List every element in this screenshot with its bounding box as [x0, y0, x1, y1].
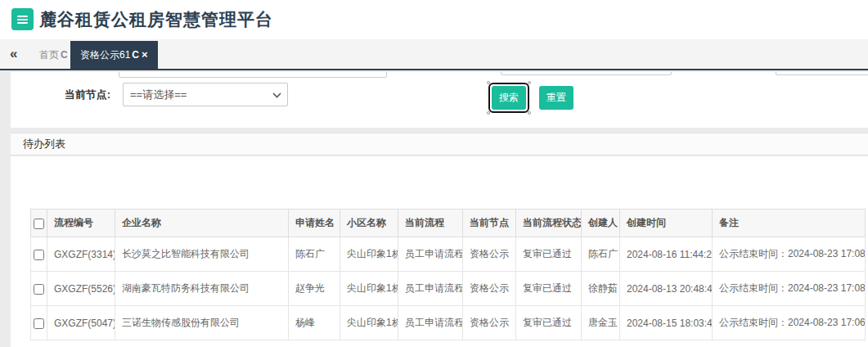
cell-current-process: 员工申请流程	[398, 306, 463, 340]
col-community: 小区名称	[340, 210, 398, 237]
select-all-cell	[31, 210, 47, 237]
row-checkbox[interactable]	[34, 284, 44, 295]
table-row[interactable]: GXGZF(5047) 三诺生物传感股份有限公司 杨峰 尖山印象1栋 员工申请流…	[31, 306, 866, 340]
row-checkbox-cell	[31, 237, 47, 272]
todo-panel-title: 待办列表	[11, 133, 868, 155]
cell-company: 三诺生物传感股份有限公司	[115, 306, 289, 340]
cell-process-code: GXGZF(5047)	[47, 306, 115, 340]
row-checkbox[interactable]	[34, 250, 44, 260]
row-checkbox-cell	[31, 272, 47, 306]
cell-community: 尖山印象1栋	[340, 237, 398, 272]
cell-creator: 唐金玉	[582, 306, 620, 340]
cell-company: 湖南豪瓦特防务科技有限公司	[115, 272, 289, 306]
cell-applicant: 杨峰	[289, 306, 340, 340]
search-button[interactable]: 搜索	[492, 86, 526, 110]
cell-created-time: 2024-08-16 11:44:20	[620, 237, 713, 272]
cell-created-time: 2024-08-13 20:48:40	[620, 272, 713, 306]
tab-home-label: 首页	[39, 49, 59, 61]
cell-process-status: 复审已通过	[516, 237, 582, 272]
cell-current-node: 资格公示	[463, 306, 516, 340]
cell-creator: 徐静茹	[582, 272, 620, 306]
current-node-select[interactable]: ==请选择==	[123, 83, 288, 106]
page-title: 麓谷租赁公租房智慧管理平台	[39, 0, 273, 39]
col-current-process: 当前流程	[398, 210, 463, 237]
select-all-checkbox[interactable]	[34, 219, 44, 229]
cell-process-code: GXGZF(5526)	[47, 272, 115, 306]
hamburger-icon	[17, 16, 28, 25]
current-node-label: 当前节点:	[11, 83, 110, 106]
col-created-time: 创建时间	[620, 210, 713, 237]
col-creator: 创建人	[582, 210, 620, 237]
col-applicant: 申请姓名	[289, 210, 340, 237]
cell-applicant: 赵争光	[289, 272, 340, 306]
close-icon[interactable]: ×	[142, 48, 148, 61]
todo-table: 流程编号 企业名称 申请姓名 小区名称 当前流程 当前节点 当前流程状态 创建人…	[30, 209, 866, 340]
cell-remark: 公示结束时间：2024-08-23 17:08:18	[713, 237, 866, 272]
table-row[interactable]: GXGZF(5526) 湖南豪瓦特防务科技有限公司 赵争光 尖山印象1栋 员工申…	[31, 272, 866, 306]
col-current-node: 当前节点	[463, 210, 516, 237]
col-process-status: 当前流程状态	[516, 210, 582, 237]
tab-active-label: 资格公示61	[80, 49, 130, 61]
menu-button[interactable]	[11, 8, 34, 30]
cell-current-node: 资格公示	[463, 237, 516, 272]
cell-remark: 公示结束时间：2024-08-23 17:06:53	[713, 306, 866, 340]
refresh-icon[interactable]: C	[61, 49, 68, 61]
cell-community: 尖山印象1栋	[340, 306, 398, 340]
todo-table-body: GXGZF(3314) 长沙莫之比智能科技有限公司 陈石广 尖山印象1栋 员工申…	[31, 237, 866, 340]
row-checkbox-cell	[31, 306, 47, 340]
todo-panel-body: 流程编号 企业名称 申请姓名 小区名称 当前流程 当前节点 当前流程状态 创建人…	[11, 156, 868, 347]
table-row[interactable]: GXGZF(3314) 长沙莫之比智能科技有限公司 陈石广 尖山印象1栋 员工申…	[31, 237, 866, 272]
filter-panel: 当前节点: ==请选择== 搜索 重置	[11, 72, 868, 128]
cell-remark: 公示结束时间：2024-08-23 17:08:04	[713, 272, 866, 306]
cell-process-status: 复审已通过	[516, 306, 582, 340]
filter-input-partial-1[interactable]	[119, 72, 387, 78]
cell-process-status: 复审已通过	[516, 272, 582, 306]
cell-company: 长沙莫之比智能科技有限公司	[115, 237, 289, 272]
cell-current-process: 员工申请流程	[398, 272, 463, 306]
cell-community: 尖山印象1栋	[340, 272, 398, 306]
tab-qualification-publicity[interactable]: 资格公示61C×	[70, 41, 158, 69]
cell-applicant: 陈石广	[289, 237, 340, 272]
col-company: 企业名称	[115, 210, 289, 237]
filter-input-partial-3[interactable]	[776, 72, 868, 75]
app-window: 麓谷租赁公租房智慧管理平台 « 首页C 资格公示61C× 当前节点: ==请选择…	[0, 0, 868, 347]
collapse-tabs-icon[interactable]: «	[7, 39, 20, 70]
col-remark: 备注	[713, 210, 866, 237]
cell-process-code: GXGZF(3314)	[47, 237, 115, 272]
cell-creator: 陈石广	[582, 237, 620, 272]
table-header-row: 流程编号 企业名称 申请姓名 小区名称 当前流程 当前节点 当前流程状态 创建人…	[31, 210, 866, 237]
filter-input-partial-2[interactable]	[501, 72, 672, 75]
col-process-code: 流程编号	[47, 210, 115, 237]
app-header: 麓谷租赁公租房智慧管理平台	[0, 0, 868, 39]
cell-current-node: 资格公示	[463, 272, 516, 306]
main-content: 当前节点: ==请选择== 搜索 重置 待办列表	[0, 72, 868, 347]
reset-button[interactable]: 重置	[539, 86, 573, 110]
tab-bar: « 首页C 资格公示61C×	[0, 39, 868, 70]
cell-current-process: 员工申请流程	[398, 237, 463, 272]
search-button-focus-ring: 搜索	[488, 83, 529, 113]
refresh-icon[interactable]: C	[132, 49, 139, 61]
row-checkbox[interactable]	[34, 318, 44, 329]
cell-created-time: 2024-08-15 18:03:47	[620, 306, 713, 340]
